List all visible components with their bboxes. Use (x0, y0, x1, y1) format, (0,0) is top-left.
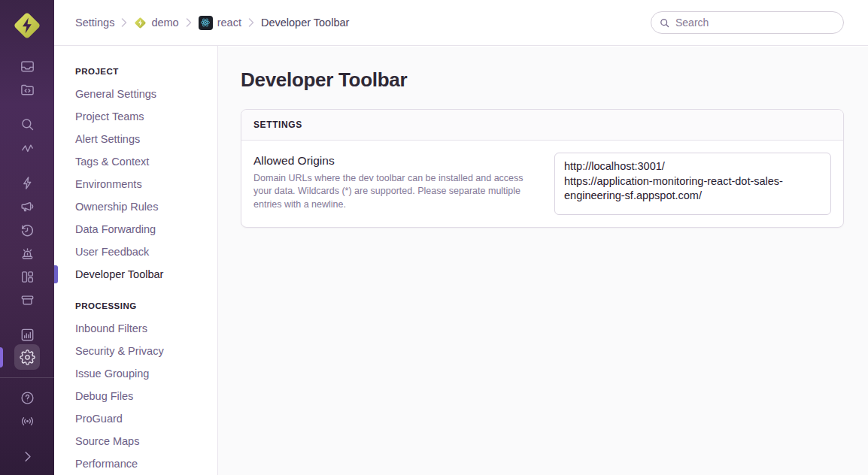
breadcrumb-project-react[interactable]: react (199, 16, 241, 30)
sidebar-item-general-settings[interactable]: General Settings (54, 83, 217, 105)
rail-item-releases[interactable] (14, 287, 40, 313)
sidebar-section-title: PROJECT (54, 60, 217, 83)
search-box (651, 11, 844, 34)
rail-item-help[interactable] (14, 385, 40, 410)
bar-chart-icon (20, 327, 35, 343)
question-icon (20, 390, 35, 406)
archive-box-icon (20, 292, 35, 308)
breadcrumb-separator-icon (248, 18, 254, 27)
rail-item-stats[interactable] (14, 322, 40, 347)
rail-item-settings[interactable] (14, 344, 40, 370)
allowed-origins-help-text: Domain URLs where the dev toolbar can be… (253, 172, 539, 211)
lightning-icon (20, 175, 35, 191)
rail-collapse-toggle[interactable] (14, 443, 40, 469)
sidebar-item-proguard[interactable]: ProGuard (54, 407, 217, 430)
rail-item-metrics[interactable] (14, 135, 40, 161)
sidebar-item-developer-toolbar[interactable]: Developer Toolbar (54, 263, 217, 286)
sidebar-section-title: PROCESSING (54, 295, 217, 317)
allowed-origins-field-row: Allowed Origins Domain URLs where the de… (241, 141, 843, 227)
sidebar-section-project: PROJECT General Settings Project Teams A… (54, 60, 217, 286)
rail-item-whats-new[interactable] (14, 193, 40, 219)
search-icon (20, 116, 35, 132)
rail-item-alerts[interactable] (14, 241, 40, 266)
breadcrumb-settings-label: Settings (75, 17, 114, 29)
sidebar-item-project-teams[interactable]: Project Teams (54, 105, 217, 128)
sidebar-item-alert-settings[interactable]: Alert Settings (54, 128, 217, 150)
sidebar-section-processing: PROCESSING Inbound Filters Security & Pr… (54, 295, 217, 475)
breadcrumb-org-label: demo (151, 17, 178, 29)
breadcrumb-current-label: Developer Toolbar (261, 17, 349, 29)
rail-item-dashboards[interactable] (14, 264, 40, 289)
clock-history-icon (20, 222, 35, 238)
broadcast-icon (20, 413, 35, 429)
field-description: Allowed Origins Domain URLs where the de… (253, 153, 539, 211)
rail-item-issues[interactable] (14, 53, 40, 79)
org-logo[interactable] (12, 11, 42, 41)
gear-icon (20, 349, 35, 365)
rail-item-projects[interactable] (14, 77, 40, 102)
demo-org-avatar-icon (12, 11, 42, 41)
settings-panel: SETTINGS Allowed Origins Domain URLs whe… (241, 109, 844, 228)
sidebar-item-source-maps[interactable]: Source Maps (54, 430, 217, 452)
megaphone-icon (20, 198, 35, 214)
breadcrumb-project-label: react (217, 17, 241, 29)
sidebar-item-inbound-filters[interactable]: Inbound Filters (54, 317, 217, 340)
siren-icon (20, 246, 35, 262)
main-content: Developer Toolbar SETTINGS Allowed Origi… (218, 47, 868, 475)
sidebar-item-debug-files[interactable]: Debug Files (54, 385, 217, 407)
page-title: Developer Toolbar (241, 69, 844, 90)
pulse-icon (20, 141, 35, 156)
layout-grid-icon (20, 269, 35, 285)
sidebar-item-ownership-rules[interactable]: Ownership Rules (54, 195, 217, 218)
breadcrumb-separator-icon (186, 18, 192, 27)
allowed-origins-label: Allowed Origins (253, 154, 539, 168)
code-folder-icon (20, 82, 35, 98)
breadcrumb-settings[interactable]: Settings (75, 17, 114, 29)
chevron-right-icon (20, 449, 35, 464)
breadcrumb-separator-icon (121, 18, 127, 27)
rail-item-explore[interactable] (14, 111, 40, 137)
rail-item-quickstart[interactable] (14, 170, 40, 195)
sidebar-item-issue-grouping[interactable]: Issue Grouping (54, 362, 217, 385)
breadcrumb: Settings demo react (75, 16, 349, 30)
field-control: http://localhost:3001/ https://applicati… (554, 153, 831, 215)
sidebar-item-security-privacy[interactable]: Security & Privacy (54, 340, 217, 362)
breadcrumb-org-demo[interactable]: demo (134, 17, 178, 29)
settings-sidebar: PROJECT General Settings Project Teams A… (54, 46, 218, 475)
sidebar-item-user-feedback[interactable]: User Feedback (54, 241, 217, 263)
sidebar-item-environments[interactable]: Environments (54, 173, 217, 195)
sidebar-item-performance[interactable]: Performance (54, 452, 217, 475)
search-icon (659, 17, 670, 29)
rail-divider (0, 377, 54, 378)
rail-item-replays[interactable] (14, 217, 40, 243)
demo-org-avatar-icon (134, 17, 147, 29)
sidebar-item-data-forwarding[interactable]: Data Forwarding (54, 218, 217, 241)
active-nav-indicator (0, 347, 3, 368)
breadcrumb-current-page: Developer Toolbar (261, 17, 349, 29)
top-bar: Settings demo react (54, 0, 868, 46)
inbox-icon (20, 59, 35, 74)
allowed-origins-textarea[interactable]: http://localhost:3001/ https://applicati… (554, 153, 831, 215)
panel-header: SETTINGS (241, 110, 843, 141)
sidebar-item-tags-context[interactable]: Tags & Context (54, 150, 217, 173)
icon-rail (0, 0, 54, 475)
search-input[interactable] (675, 17, 836, 29)
rail-item-broadcast[interactable] (14, 408, 40, 434)
react-project-avatar-icon (199, 16, 213, 30)
